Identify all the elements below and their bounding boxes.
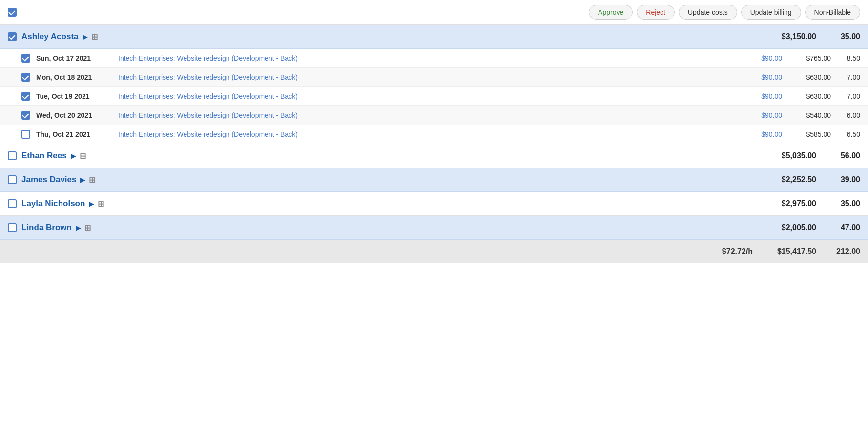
person-checkbox-james-davies[interactable] [8, 175, 17, 184]
person-total-amount-james-davies: $2,252.50 [767, 175, 816, 184]
person-row-james-davies: James Davies▶⊞$2,252.5039.00 [0, 168, 868, 192]
entry-date-entry-1: Sun, Oct 17 2021 [36, 54, 114, 62]
person-name-ethan-rees: Ethan Rees▶⊞ [21, 151, 86, 161]
person-name-ashley-acosta: Ashley Acosta▶⊞ [21, 32, 98, 42]
person-total-amount-linda-brown: $2,005.00 [767, 223, 816, 232]
update-costs-button[interactable]: Update costs [679, 5, 737, 20]
toolbar: Approve Reject Update costs Update billi… [0, 0, 868, 25]
entry-row-entry-4: Wed, Oct 20 2021Intech Enterprises: Webs… [0, 106, 868, 125]
entry-checkbox-entry-4[interactable] [21, 111, 30, 120]
person-total-amount-layla-nicholson: $2,975.00 [767, 199, 816, 208]
toolbar-left [8, 8, 17, 17]
entry-desc-entry-3[interactable]: Intech Enterprises: Website redesign (De… [118, 92, 738, 100]
person-total-hours-ashley-acosta: 35.00 [831, 32, 860, 41]
approve-button[interactable]: Approve [589, 5, 633, 20]
entry-rate-entry-1: $90.00 [738, 54, 782, 62]
person-name-text-layla-nicholson: Layla Nicholson [21, 199, 85, 209]
entry-amount-entry-4: $540.00 [782, 111, 831, 119]
expand-arrow-ashley-acosta[interactable]: ▶ [83, 33, 87, 41]
person-name-text-ethan-rees: Ethan Rees [21, 151, 67, 161]
person-total-hours-linda-brown: 47.00 [831, 223, 860, 232]
grid-icon-linda-brown[interactable]: ⊞ [84, 223, 91, 232]
entry-rate-entry-5: $90.00 [738, 130, 782, 138]
entry-amount-entry-3: $630.00 [782, 92, 831, 100]
grid-icon-ashley-acosta[interactable]: ⊞ [91, 32, 98, 42]
non-billable-button[interactable]: Non-Billable [805, 5, 860, 20]
person-name-text-linda-brown: Linda Brown [21, 223, 72, 232]
entry-amount-entry-2: $630.00 [782, 73, 831, 81]
entry-checkbox-entry-1[interactable] [21, 54, 30, 63]
entry-row-entry-1: Sun, Oct 17 2021Intech Enterprises: Webs… [0, 49, 868, 68]
person-total-amount-ethan-rees: $5,035.00 [767, 151, 816, 160]
entry-desc-entry-5[interactable]: Intech Enterprises: Website redesign (De… [118, 130, 738, 138]
entry-hours-entry-2: 7.00 [831, 73, 860, 81]
person-row-ashley-acosta: Ashley Acosta▶⊞$3,150.0035.00 [0, 25, 868, 49]
toolbar-right: Approve Reject Update costs Update billi… [589, 5, 860, 20]
footer-row: $72.72/h $15,417.50 212.00 [0, 240, 868, 263]
entry-hours-entry-5: 6.50 [831, 130, 860, 138]
person-total-hours-ethan-rees: 56.00 [831, 151, 860, 160]
person-amounts-linda-brown: $2,005.0047.00 [767, 223, 860, 232]
person-name-linda-brown: Linda Brown▶⊞ [21, 223, 91, 232]
entry-amount-entry-5: $585.00 [782, 130, 831, 138]
person-checkbox-linda-brown[interactable] [8, 223, 17, 232]
entry-desc-entry-2[interactable]: Intech Enterprises: Website redesign (De… [118, 73, 738, 81]
expand-arrow-linda-brown[interactable]: ▶ [76, 224, 81, 232]
entry-row-entry-3: Tue, Oct 19 2021Intech Enterprises: Webs… [0, 87, 868, 106]
entry-hours-entry-4: 6.00 [831, 111, 860, 119]
expand-arrow-layla-nicholson[interactable]: ▶ [89, 200, 94, 208]
entry-checkbox-entry-2[interactable] [21, 73, 30, 82]
entry-hours-entry-3: 7.00 [831, 92, 860, 100]
person-amounts-ethan-rees: $5,035.0056.00 [767, 151, 860, 160]
entry-rate-entry-2: $90.00 [738, 73, 782, 81]
person-checkbox-ashley-acosta[interactable] [8, 32, 17, 41]
entry-desc-entry-1[interactable]: Intech Enterprises: Website redesign (De… [118, 54, 738, 62]
entry-hours-entry-1: 8.50 [831, 54, 860, 62]
reject-button[interactable]: Reject [637, 5, 675, 20]
grid-icon-james-davies[interactable]: ⊞ [89, 175, 95, 185]
person-checkbox-ethan-rees[interactable] [8, 151, 17, 160]
timesheet-table: Ashley Acosta▶⊞$3,150.0035.00Sun, Oct 17… [0, 25, 868, 240]
entry-date-entry-5: Thu, Oct 21 2021 [36, 130, 114, 138]
entry-date-entry-2: Mon, Oct 18 2021 [36, 73, 114, 81]
grid-icon-ethan-rees[interactable]: ⊞ [80, 151, 86, 161]
entry-rate-entry-3: $90.00 [738, 92, 782, 100]
grid-icon-layla-nicholson[interactable]: ⊞ [98, 199, 104, 209]
entry-amount-entry-1: $765.00 [782, 54, 831, 62]
person-amounts-layla-nicholson: $2,975.0035.00 [767, 199, 860, 208]
person-name-text-james-davies: James Davies [21, 175, 76, 185]
person-total-amount-ashley-acosta: $3,150.00 [767, 32, 816, 41]
person-name-layla-nicholson: Layla Nicholson▶⊞ [21, 199, 104, 209]
master-checkbox[interactable] [8, 8, 17, 17]
person-row-layla-nicholson: Layla Nicholson▶⊞$2,975.0035.00 [0, 192, 868, 216]
entry-checkbox-entry-5[interactable] [21, 130, 30, 139]
footer-total: $15,417.50 [767, 247, 816, 256]
footer-hours: 212.00 [831, 247, 860, 256]
person-row-linda-brown: Linda Brown▶⊞$2,005.0047.00 [0, 216, 868, 240]
entry-date-entry-4: Wed, Oct 20 2021 [36, 111, 114, 119]
footer-rate: $72.72/h [722, 247, 753, 256]
person-amounts-ashley-acosta: $3,150.0035.00 [767, 32, 860, 41]
expand-arrow-ethan-rees[interactable]: ▶ [71, 152, 76, 160]
person-row-ethan-rees: Ethan Rees▶⊞$5,035.0056.00 [0, 144, 868, 168]
expand-arrow-james-davies[interactable]: ▶ [80, 176, 85, 184]
entry-checkbox-entry-3[interactable] [21, 92, 30, 101]
entry-row-entry-2: Mon, Oct 18 2021Intech Enterprises: Webs… [0, 68, 868, 87]
update-billing-button[interactable]: Update billing [741, 5, 801, 20]
person-amounts-james-davies: $2,252.5039.00 [767, 175, 860, 184]
person-total-hours-james-davies: 39.00 [831, 175, 860, 184]
entry-desc-entry-4[interactable]: Intech Enterprises: Website redesign (De… [118, 111, 738, 119]
person-name-text-ashley-acosta: Ashley Acosta [21, 32, 79, 42]
person-total-hours-layla-nicholson: 35.00 [831, 199, 860, 208]
entry-rate-entry-4: $90.00 [738, 111, 782, 119]
entry-row-entry-5: Thu, Oct 21 2021Intech Enterprises: Webs… [0, 125, 868, 144]
person-name-james-davies: James Davies▶⊞ [21, 175, 95, 185]
entry-date-entry-3: Tue, Oct 19 2021 [36, 92, 114, 100]
person-checkbox-layla-nicholson[interactable] [8, 199, 17, 208]
